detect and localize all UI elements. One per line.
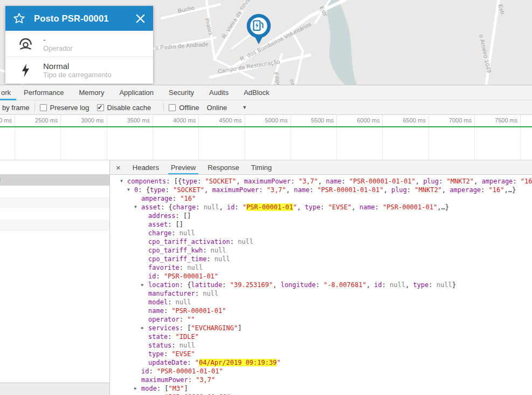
waterfall-grid-line <box>382 127 383 160</box>
json-punctuation: : { <box>161 203 172 211</box>
checkbox-checked-icon[interactable] <box>97 104 104 111</box>
json-null: null <box>390 281 405 289</box>
tab-memory[interactable]: Memory <box>71 85 112 100</box>
json-key: latitude <box>191 281 222 289</box>
group-by-frame-label[interactable]: by frame <box>2 104 30 112</box>
json-punctuation: : <box>407 186 414 194</box>
json-key: favorite <box>148 264 179 271</box>
details-tab-headers[interactable]: Headers <box>127 160 165 174</box>
close-icon[interactable] <box>135 13 146 24</box>
tab-performance[interactable]: Performance <box>16 85 71 100</box>
json-punctuation: ] <box>184 385 188 392</box>
network-toolbar: by frame Preserve log Disable cache Offl… <box>0 100 532 115</box>
json-key: amperage <box>482 178 513 185</box>
charging-type-icon <box>17 64 33 78</box>
offline-checkbox[interactable]: Offline <box>169 104 199 112</box>
json-tree-line: status: null <box>110 341 532 350</box>
preserve-log-checkbox[interactable]: Preserve log <box>40 104 89 112</box>
devtools-panel: orkPerformanceMemoryApplicationSecurityA… <box>0 85 532 395</box>
json-key: type <box>148 350 164 358</box>
json-key: type <box>305 203 321 211</box>
disclosure-triangle-icon[interactable]: ▶ <box>141 281 148 289</box>
json-null: null <box>211 247 226 254</box>
ev-charging-station-pin[interactable] <box>244 13 273 46</box>
details-tab-timing[interactable]: Timing <box>245 160 278 174</box>
json-punctuation: , <box>416 178 423 185</box>
json-key: name <box>326 178 342 185</box>
json-string: "-8.007681" <box>323 281 366 289</box>
json-punctuation: , <box>297 203 305 211</box>
json-key: charge <box>148 229 171 237</box>
json-null: null <box>179 342 195 349</box>
waterfall-grid-line <box>474 127 475 160</box>
json-punctuation: , <box>383 186 391 194</box>
preserve-log-label: Preserve log <box>50 104 89 112</box>
request-list[interactable]: 0 <box>0 160 110 395</box>
checkbox-unchecked-icon[interactable] <box>169 104 176 111</box>
disclosure-triangle-icon[interactable]: ▼ <box>134 203 141 212</box>
json-key: cpo_tariff_kwh <box>148 247 203 254</box>
json-key: maximumPower <box>244 178 291 185</box>
tab-application[interactable]: Application <box>112 85 161 100</box>
throttling-dropdown[interactable]: Online ▼ <box>207 104 247 112</box>
close-details-icon[interactable]: × <box>110 160 127 174</box>
json-tree-line: id: "PSR-00001-01-01" <box>110 367 532 376</box>
selected-request-row[interactable]: 0 <box>0 174 109 186</box>
json-tree-line: state: "IDLE" <box>110 332 532 341</box>
ruler-tick-line <box>429 115 429 127</box>
json-punctuation: : <box>168 298 175 306</box>
details-tab-response[interactable]: Response <box>202 160 245 174</box>
json-punctuation: , <box>442 186 450 194</box>
json-key: mode <box>141 385 157 392</box>
charging-type-label: Tipo de carregamento <box>43 71 112 79</box>
ruler-tick-line <box>60 115 61 127</box>
json-punctuation: : <box>197 178 205 185</box>
json-tree-line: type: "EVSE" <box>110 350 532 358</box>
json-tree-line: model: null <box>110 298 532 307</box>
json-string: "PSR-00001-01-01" <box>317 186 384 194</box>
ruler-tick-line <box>245 115 245 127</box>
json-key: id <box>374 281 382 289</box>
json-punctuation: , <box>318 178 326 185</box>
json-null: null <box>187 264 203 271</box>
json-tree-line: updateDate: "04/Apr/2019 09:19:39" <box>110 358 532 367</box>
json-punctuation: : <box>309 186 317 194</box>
favorite-star-icon[interactable] <box>13 12 25 25</box>
disclosure-triangle-icon[interactable]: ▼ <box>127 186 134 194</box>
ruler-tick-line <box>520 115 521 127</box>
popup-header: Posto PSR-00001 <box>5 6 153 31</box>
json-tree-line: favorite: null <box>110 263 532 272</box>
timeline-ruler: 00 ms2500 ms3000 ms3500 ms4000 ms4500 ms… <box>0 115 532 127</box>
json-punctuation: : <box>375 203 383 211</box>
tab-security[interactable]: Security <box>161 85 202 100</box>
tab-ork[interactable]: ork <box>0 85 16 100</box>
json-punctuation: : <box>320 203 328 211</box>
disclosure-triangle-icon[interactable]: ▶ <box>134 384 141 393</box>
details-tab-bar: × HeadersPreviewResponseTiming <box>110 160 532 175</box>
popup-title: Posto PSR-00001 <box>34 13 135 24</box>
details-tab-preview[interactable]: Preview <box>165 160 202 174</box>
disclosure-triangle-icon[interactable]: ▶ <box>141 324 148 332</box>
offline-label: Offline <box>179 104 199 112</box>
disclosure-triangle-icon[interactable]: ▼ <box>120 177 127 186</box>
request-row[interactable] <box>0 220 109 231</box>
request-row[interactable] <box>0 197 109 208</box>
json-punctuation: : <box>234 203 242 211</box>
ruler-tick-line <box>198 115 199 127</box>
json-key: services <box>148 324 179 332</box>
disable-cache-checkbox[interactable]: Disable cache <box>97 104 151 112</box>
json-string: "EVSE" <box>171 350 195 358</box>
waterfall-grid-line <box>198 127 199 160</box>
checkbox-unchecked-icon[interactable] <box>40 104 47 111</box>
request-details-panel: × HeadersPreviewResponseTiming ▼componen… <box>110 160 532 395</box>
tab-adblock[interactable]: AdBlock <box>236 85 277 100</box>
json-punctuation: , <box>474 178 481 185</box>
json-string: "MNKT2" <box>414 186 442 194</box>
json-punctuation: : [] <box>176 212 191 220</box>
json-punctuation: : <box>164 350 171 358</box>
waterfall-area <box>0 127 532 160</box>
json-tree-line: name: "PSR-00001-01-01" <box>110 393 532 395</box>
tab-audits[interactable]: Audits <box>202 85 236 100</box>
json-key: charge <box>172 203 196 211</box>
json-punctuation: , <box>286 186 294 194</box>
